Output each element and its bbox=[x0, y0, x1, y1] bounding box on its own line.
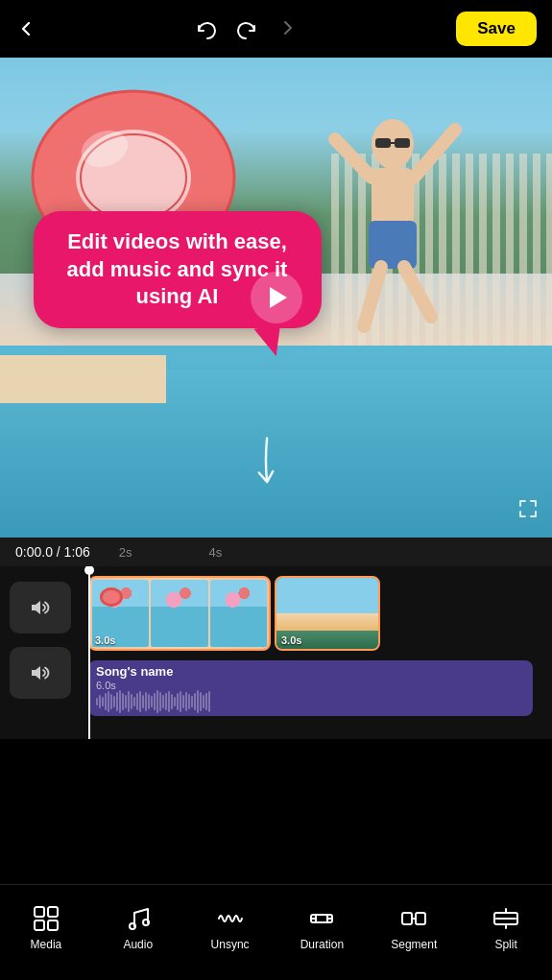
unsync-label: Unsync bbox=[211, 938, 250, 951]
wave-bar bbox=[154, 693, 156, 710]
svg-rect-6 bbox=[369, 221, 417, 269]
undo-button[interactable] bbox=[195, 17, 218, 40]
svg-rect-23 bbox=[402, 913, 412, 924]
wave-bar bbox=[133, 697, 135, 706]
tool-duration[interactable]: Duration bbox=[293, 905, 350, 951]
top-bar-icons bbox=[195, 17, 299, 40]
svg-rect-24 bbox=[416, 913, 425, 924]
wave-bar bbox=[136, 693, 138, 710]
segment-icon bbox=[400, 905, 427, 932]
svg-line-10 bbox=[404, 267, 431, 317]
audio-track: Song's name 6.0s // Generate waveform ba… bbox=[88, 660, 552, 722]
wave-bar bbox=[99, 695, 101, 708]
svg-marker-15 bbox=[32, 666, 40, 680]
svg-rect-12 bbox=[395, 138, 410, 148]
clip-beach-inner: 3.0s bbox=[276, 578, 378, 649]
wave-bar bbox=[148, 694, 150, 709]
video-clip-2[interactable]: 3.0s bbox=[275, 576, 380, 651]
wave-bar bbox=[208, 691, 210, 712]
wave-bar bbox=[156, 690, 158, 713]
top-bar: Save bbox=[0, 0, 552, 58]
audio-icon bbox=[125, 905, 152, 932]
wave-bar bbox=[105, 693, 107, 710]
forward-button[interactable] bbox=[276, 17, 299, 40]
wave-bar bbox=[205, 693, 207, 710]
clip-1-duration: 3.0s bbox=[95, 634, 115, 646]
svg-rect-18 bbox=[35, 920, 44, 930]
video-clip-1[interactable]: 3.0s bbox=[88, 576, 271, 651]
save-button[interactable]: Save bbox=[456, 12, 537, 46]
volume-button-2[interactable] bbox=[10, 647, 71, 699]
redo-button[interactable] bbox=[235, 17, 258, 40]
clip-frame-3 bbox=[210, 580, 267, 647]
tool-audio[interactable]: Audio bbox=[109, 905, 167, 951]
audio-label: Audio bbox=[123, 938, 153, 951]
play-button[interactable] bbox=[251, 272, 302, 323]
track-area: 3.0s 3.0s Song's name 6.0s // Generate w… bbox=[0, 566, 552, 739]
volume-button-1[interactable] bbox=[10, 582, 71, 633]
wave-bar bbox=[200, 692, 202, 711]
wave-bar bbox=[165, 693, 167, 710]
tool-split[interactable]: Split bbox=[477, 905, 535, 951]
wave-bar bbox=[182, 695, 184, 708]
split-label: Split bbox=[494, 938, 516, 951]
tool-media[interactable]: Media bbox=[17, 905, 75, 951]
playhead[interactable] bbox=[88, 566, 90, 739]
segment-label: Segment bbox=[391, 938, 437, 951]
audio-clip[interactable]: Song's name 6.0s // Generate waveform ba… bbox=[88, 660, 533, 716]
svg-point-20 bbox=[130, 923, 135, 929]
svg-rect-19 bbox=[48, 920, 58, 930]
tool-segment[interactable]: Segment bbox=[385, 905, 443, 951]
wave-bar bbox=[145, 692, 147, 711]
wave-bar bbox=[194, 693, 196, 710]
audio-waveform: // Generate waveform bars inline const h… bbox=[88, 691, 533, 712]
tool-unsync[interactable]: Unsync bbox=[202, 905, 259, 951]
back-button[interactable] bbox=[15, 18, 36, 39]
fullscreen-button[interactable] bbox=[517, 498, 539, 524]
duration-icon bbox=[308, 905, 335, 932]
wave-bar bbox=[131, 694, 132, 709]
svg-rect-17 bbox=[48, 907, 58, 917]
wave-bar bbox=[142, 695, 144, 708]
wave-bar bbox=[171, 694, 173, 709]
bottom-toolbar: Media Audio Unsync Duration Segment bbox=[0, 884, 552, 980]
svg-rect-11 bbox=[375, 138, 391, 148]
video-area: Edit videos with ease, add music and syn… bbox=[0, 58, 552, 538]
marker-4s: 4s bbox=[209, 545, 223, 560]
top-bar-left bbox=[15, 18, 36, 39]
svg-line-7 bbox=[335, 139, 372, 178]
svg-marker-14 bbox=[32, 601, 40, 614]
svg-rect-16 bbox=[35, 907, 44, 917]
audio-duration: 6.0s bbox=[96, 680, 525, 691]
clip-2-duration: 3.0s bbox=[281, 634, 301, 646]
timeline-bar: 0:00.0 / 1:06 2s 4s bbox=[0, 538, 552, 566]
svg-line-9 bbox=[364, 267, 381, 326]
marker-2s: 2s bbox=[119, 545, 132, 560]
wave-bar bbox=[177, 693, 179, 710]
wave-bar bbox=[110, 694, 112, 709]
wave-bar bbox=[96, 698, 98, 705]
wave-bar bbox=[119, 690, 121, 713]
wave-bar bbox=[122, 693, 124, 710]
duration-label: Duration bbox=[300, 938, 344, 951]
wave-bar bbox=[197, 690, 199, 713]
wave-bar bbox=[102, 697, 104, 706]
wave-bar bbox=[162, 695, 164, 708]
wave-bar bbox=[174, 697, 176, 706]
wave-bar bbox=[128, 691, 130, 712]
wave-bar bbox=[108, 691, 109, 712]
timeline-markers: 2s 4s bbox=[119, 545, 299, 560]
wave-bar bbox=[116, 692, 118, 711]
wave-bar bbox=[185, 692, 187, 711]
wave-bar bbox=[188, 694, 190, 709]
media-icon bbox=[33, 905, 60, 932]
clips-track: 3.0s 3.0s bbox=[88, 576, 552, 653]
wave-bar bbox=[113, 696, 115, 707]
wave-bar bbox=[203, 695, 204, 708]
person bbox=[316, 86, 469, 394]
clip-frame-2 bbox=[151, 580, 207, 647]
svg-line-8 bbox=[414, 130, 455, 178]
wave-bar bbox=[125, 695, 127, 708]
wave-bar bbox=[139, 691, 141, 712]
split-icon bbox=[492, 905, 519, 932]
